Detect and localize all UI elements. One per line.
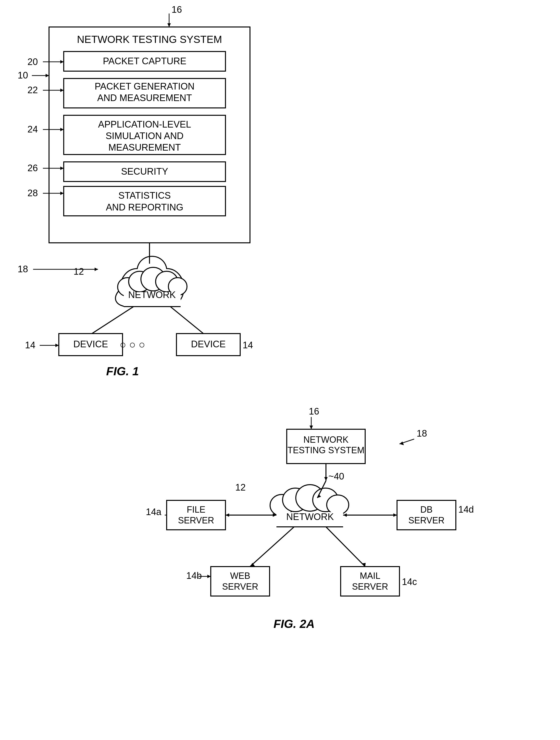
fig1-caption: FIG. 1	[106, 365, 139, 378]
svg-marker-22	[95, 268, 98, 271]
svg-rect-53	[166, 500, 225, 530]
ref40: ~40	[328, 471, 344, 481]
svg-rect-16	[64, 162, 225, 182]
svg-rect-69	[341, 567, 400, 596]
svg-marker-57	[273, 514, 276, 517]
ref14d: 14d	[458, 504, 474, 515]
svg-marker-6	[60, 60, 64, 64]
ref26: 26	[27, 163, 38, 173]
module-pc: PACKET CAPTURE	[103, 56, 187, 66]
ref22: 22	[27, 85, 38, 95]
svg-marker-56	[225, 514, 229, 517]
svg-marker-15	[60, 167, 64, 170]
svg-rect-13	[64, 115, 225, 155]
ref16-fig1: 16	[172, 4, 182, 15]
svg-point-48	[327, 495, 349, 515]
svg-rect-19	[64, 186, 225, 216]
ref28: 28	[27, 188, 38, 198]
svg-point-23	[118, 278, 137, 296]
svg-marker-52	[317, 494, 321, 498]
ref20: 20	[27, 57, 38, 67]
svg-marker-34	[55, 344, 59, 347]
svg-point-25	[141, 267, 165, 291]
device-left: DEVICE	[73, 339, 108, 349]
nts-title-fig1: NETWORK TESTING SYSTEM	[77, 33, 222, 45]
web-server-l1: WEB	[230, 571, 250, 581]
module-alsm-line2: SIMULATION AND	[106, 131, 184, 141]
ref18-fig1: 18	[18, 264, 28, 274]
svg-rect-39	[287, 429, 365, 464]
svg-line-64	[326, 527, 365, 567]
ref24: 24	[27, 124, 38, 134]
mail-server-l2: SERVER	[352, 581, 388, 591]
ref18-fig2a: 18	[417, 428, 427, 439]
svg-marker-18	[60, 192, 64, 195]
svg-line-31	[170, 306, 203, 334]
file-server-l2: SERVER	[178, 515, 214, 525]
svg-line-62	[250, 527, 294, 567]
ref14a: 14a	[146, 507, 161, 517]
module-pgm-line2: AND MEASUREMENT	[97, 93, 192, 103]
file-server-l1: FILE	[187, 504, 205, 515]
svg-marker-60	[394, 514, 397, 517]
svg-rect-58	[397, 500, 456, 530]
module-sar-line2: AND REPORTING	[106, 202, 183, 212]
svg-rect-10	[64, 79, 225, 108]
module-pgm-line1: PACKET GENERATION	[95, 81, 195, 91]
nts-title-fig2a-l2: TESTING SYSTEM	[288, 445, 364, 455]
ref10-fig1: 10	[18, 70, 28, 80]
svg-marker-65	[362, 563, 366, 567]
network-label-fig2a: NETWORK	[286, 512, 334, 522]
svg-rect-32	[59, 334, 123, 356]
nts-title-fig2a-l1: NETWORK	[304, 435, 348, 445]
svg-rect-49	[276, 512, 343, 527]
svg-rect-35	[177, 334, 240, 356]
ref16-fig2a: 16	[309, 406, 319, 417]
mail-server-l1: MAIL	[360, 571, 380, 581]
ref12-fig2a: 12	[235, 482, 246, 492]
network-label-fig1: NETWORK	[128, 290, 176, 300]
svg-point-45	[283, 488, 308, 512]
db-server-l1: DB	[420, 504, 433, 515]
svg-line-51	[317, 481, 326, 498]
fig2a-caption: FIG. 2A	[273, 617, 315, 630]
svg-rect-28	[124, 292, 181, 306]
svg-marker-43	[324, 477, 328, 481]
svg-marker-12	[60, 128, 64, 131]
svg-rect-66	[211, 567, 269, 596]
svg-line-30	[92, 306, 134, 334]
svg-marker-68	[207, 575, 211, 578]
svg-marker-61	[343, 514, 347, 517]
svg-rect-4	[49, 27, 250, 243]
ref14-right: 14	[243, 340, 253, 350]
device-right: DEVICE	[191, 339, 225, 349]
web-server-l2: SERVER	[222, 581, 258, 591]
svg-point-27	[169, 278, 187, 295]
svg-point-47	[313, 488, 338, 512]
ref14b: 14b	[186, 570, 202, 581]
page-container: 16 10 NETWORK TESTING SYSTEM 20 PACKET C…	[0, 0, 560, 740]
svg-marker-3	[45, 74, 49, 77]
module-sar-line1: STATISTICS	[118, 190, 171, 201]
module-alsm-line3: MEASUREMENT	[108, 142, 181, 153]
db-server-l2: SERVER	[408, 515, 444, 525]
module-sec: SECURITY	[121, 166, 168, 177]
module-alsm-line1: APPLICATION-LEVEL	[98, 119, 191, 129]
svg-line-40	[400, 439, 414, 444]
ref14c: 14c	[402, 577, 417, 587]
svg-marker-9	[60, 89, 64, 92]
svg-point-46	[296, 485, 324, 511]
svg-marker-63	[250, 563, 255, 567]
svg-marker-41	[400, 442, 404, 445]
svg-marker-1	[167, 23, 171, 27]
ref14-left: 14	[25, 340, 35, 350]
svg-point-44	[270, 494, 294, 516]
svg-point-24	[129, 271, 151, 292]
dots-fig1: ○ ○ ○	[120, 339, 145, 351]
svg-point-26	[155, 271, 178, 292]
svg-marker-38	[310, 426, 313, 429]
svg-rect-7	[64, 52, 225, 71]
ref12-fig1: 12	[74, 266, 84, 277]
